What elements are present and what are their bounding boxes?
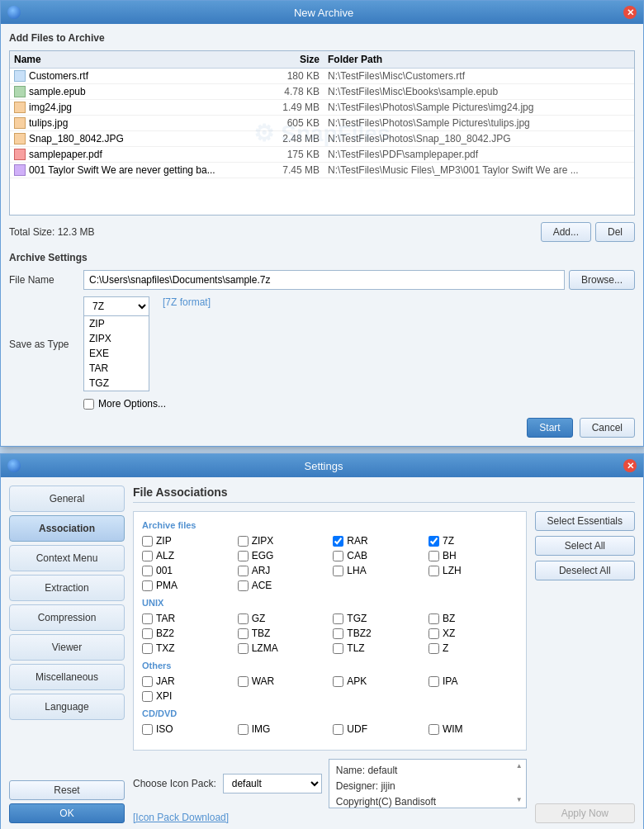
file-list-header: Name Size Folder Path [10, 51, 634, 69]
settings-title-bar: Settings ✕ [1, 454, 643, 477]
table-row[interactable]: tulips.jpg 605 KB N:\TestFiles\Photos\Sa… [10, 116, 634, 131]
reset-button[interactable]: Reset [9, 780, 125, 800]
unix-files-grid: TAR GZ TGZ BZ BZ2 TBZ TBZ2 XZ TXZ LZMA T [142, 613, 518, 654]
cb-ipa: IPA [429, 675, 518, 687]
apply-now-button[interactable]: Apply Now [535, 803, 635, 823]
others-files-grid: JAR WAR APK IPA XPI [142, 675, 518, 702]
file-icon [14, 164, 26, 176]
dropdown-item-zip[interactable]: ZIP [84, 316, 149, 331]
cb-ipa-input[interactable] [429, 676, 439, 687]
deselect-all-button[interactable]: Deselect All [535, 561, 635, 580]
dropdown-item-tar[interactable]: TAR [84, 361, 149, 376]
settings-inner-main: Archive files ZIP ZIPX RAR 7Z ALZ EGG CA… [133, 511, 527, 823]
file-path: N:\TestFiles\Photos\Sample Pictures\img2… [328, 102, 630, 113]
sidebar-item-viewer[interactable]: Viewer [9, 634, 125, 661]
icon-pack-bar: Choose Icon Pack: default Name: default … [133, 759, 527, 808]
cb-tbz2-input[interactable] [333, 628, 343, 639]
cb-tgz-input[interactable] [333, 613, 343, 624]
table-row[interactable]: img24.jpg 1.49 MB N:\TestFiles\Photos\Sa… [10, 100, 634, 116]
cb-iso-input[interactable] [142, 724, 153, 735]
table-row[interactable]: 001 Taylor Swift We are never getting ba… [10, 163, 634, 178]
sidebar-item-context[interactable]: Context Menu [9, 545, 125, 571]
cb-txz-input[interactable] [142, 643, 153, 654]
file-size: 1.49 MB [262, 102, 328, 113]
cb-bz-input[interactable] [429, 613, 439, 624]
col-header-size: Size [262, 54, 328, 65]
cb-egg-input[interactable] [238, 551, 249, 561]
sidebar-item-association[interactable]: Association [9, 515, 125, 542]
dropdown-item-exe[interactable]: EXE [84, 346, 149, 361]
cb-tbz-input[interactable] [238, 628, 249, 639]
settings-layout: General Association Context Menu Extract… [9, 486, 635, 823]
save-type-select[interactable]: 7Z ZIP ZIPX EXE TAR TGZ [83, 296, 149, 316]
cb-lha-input[interactable] [333, 566, 343, 576]
sidebar-item-miscellaneous[interactable]: Miscellaneous [9, 664, 125, 690]
cb-xz-input[interactable] [429, 628, 439, 639]
cb-udf-input[interactable] [333, 724, 343, 735]
file-icon [14, 133, 26, 144]
cb-apk-input[interactable] [333, 676, 343, 687]
dropdown-item-zipx[interactable]: ZIPX [84, 331, 149, 346]
settings-close-button[interactable]: ✕ [623, 459, 637, 472]
icon-pack-info: Name: default Designer: jijin Copyright(… [329, 759, 527, 808]
cb-jar-input[interactable] [142, 676, 153, 687]
cancel-button[interactable]: Cancel [580, 418, 635, 438]
archive-title: New Archive [24, 7, 623, 19]
sidebar-item-extraction[interactable]: Extraction [9, 575, 125, 601]
cb-gz-input[interactable] [238, 613, 249, 624]
cb-tar: TAR [142, 613, 231, 624]
cb-rar-input[interactable] [333, 536, 343, 547]
dropdown-item-tgz[interactable]: TGZ [84, 376, 149, 391]
more-options-label[interactable]: More Options... [98, 398, 166, 410]
cb-lzma-input[interactable] [238, 643, 249, 654]
cb-alz-input[interactable] [142, 551, 153, 561]
icon-pack-select[interactable]: default [223, 774, 322, 793]
table-row[interactable]: Customers.rtf 180 KB N:\TestFiles\Misc\C… [10, 69, 634, 84]
select-essentials-button[interactable]: Select Essentials [535, 511, 635, 531]
cb-pma: PMA [142, 580, 231, 591]
cb-lzh-input[interactable] [429, 566, 439, 576]
cb-tar-input[interactable] [142, 613, 153, 624]
file-name-label: File Name [9, 274, 83, 286]
browse-button[interactable]: Browse... [569, 270, 635, 290]
cb-wim-input[interactable] [429, 724, 439, 735]
cb-zipx-input[interactable] [238, 536, 249, 547]
cb-tlz-input[interactable] [333, 643, 343, 654]
cb-001-input[interactable] [142, 566, 153, 576]
icon-pack-download-link[interactable]: [Icon Pack Download] [133, 812, 229, 823]
cb-lzh: LZH [429, 565, 518, 576]
cb-pma-input[interactable] [142, 580, 153, 591]
table-row[interactable]: sample.epub 4.78 KB N:\TestFiles\Misc\Eb… [10, 84, 634, 100]
cb-xpi-input[interactable] [142, 691, 153, 702]
sidebar-item-language[interactable]: Language [9, 694, 125, 720]
cb-zip-input[interactable] [142, 536, 153, 547]
add-button[interactable]: Add... [541, 222, 591, 242]
file-size: 4.78 KB [262, 86, 328, 97]
cb-iso: ISO [142, 723, 231, 735]
del-button[interactable]: Del [595, 222, 635, 242]
sidebar-item-compression[interactable]: Compression [9, 604, 125, 631]
cb-img-input[interactable] [238, 724, 249, 735]
table-row[interactable]: Snap_180_8042.JPG 2.48 MB N:\TestFiles\P… [10, 131, 634, 147]
more-options-checkbox[interactable] [83, 399, 94, 410]
cb-arj-input[interactable] [238, 566, 249, 576]
start-button[interactable]: Start [527, 418, 572, 438]
cb-cab-input[interactable] [333, 551, 343, 561]
table-row[interactable]: samplepaper.pdf 175 KB N:\TestFiles\PDF\… [10, 147, 634, 163]
cb-tbz: TBZ [238, 628, 327, 639]
cb-7z: 7Z [429, 535, 518, 547]
sidebar-item-general[interactable]: General [9, 486, 125, 512]
cb-7z-input[interactable] [429, 536, 439, 547]
unix-group-title: UNIX [142, 598, 518, 608]
cb-war-input[interactable] [238, 676, 249, 687]
ok-button[interactable]: OK [9, 803, 125, 823]
cb-z-input[interactable] [429, 643, 439, 654]
archive-close-button[interactable]: ✕ [623, 6, 637, 19]
file-name-input[interactable] [83, 270, 565, 290]
icon-pack-label: Choose Icon Pack: [133, 778, 216, 789]
cb-bz2-input[interactable] [142, 628, 153, 639]
cb-ace-input[interactable] [238, 580, 249, 591]
select-all-button[interactable]: Select All [535, 536, 635, 556]
cb-bh-input[interactable] [429, 551, 439, 561]
archive-files-grid: ZIP ZIPX RAR 7Z ALZ EGG CAB BH 001 ARJ L [142, 535, 518, 591]
